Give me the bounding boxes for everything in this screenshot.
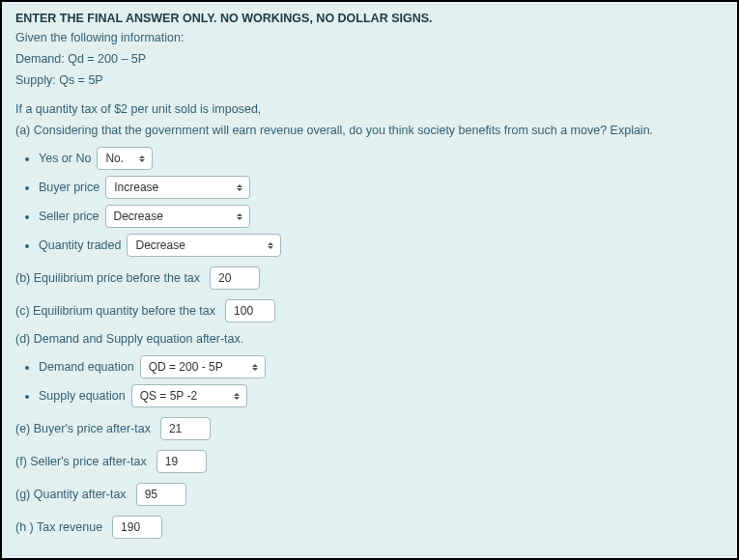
eq-qty-before-input[interactable] <box>225 299 275 322</box>
supply-equation-select[interactable]: QS = 5P -2 <box>131 384 247 407</box>
list-item: Quantity traded Decrease <box>39 234 724 257</box>
part-h-row: (h ) Tax revenue <box>15 516 724 539</box>
demand-equation-select[interactable]: QD = 200 - 5P <box>140 355 266 378</box>
part-g-row: (g) Quantity after-tax <box>15 483 724 506</box>
part-e-label: (e) Buyer's price after-tax <box>15 422 151 435</box>
part-f-row: (f) Seller's price after-tax <box>15 450 724 473</box>
quantity-traded-select[interactable]: Decrease <box>127 234 281 257</box>
tax-revenue-input[interactable] <box>112 516 162 539</box>
part-c-row: (c) Equilibrium quantity before the tax <box>15 299 724 322</box>
quantity-traded-label: Quantity traded <box>39 235 121 256</box>
list-item: Seller price Decrease <box>39 205 724 228</box>
seller-price-label: Seller price <box>39 206 99 227</box>
question-panel: ENTER THE FINAL ANSWER ONLY. NO WORKINGS… <box>0 0 739 560</box>
part-e-row: (e) Buyer's price after-tax <box>15 417 724 440</box>
list-item: Yes or No No. <box>39 147 724 170</box>
demand-equation: Demand: Qd = 200 – 5P <box>15 52 724 66</box>
qty-after-input[interactable] <box>136 483 186 506</box>
buyer-price-label: Buyer price <box>39 177 99 198</box>
part-f-label: (f) Seller's price after-tax <box>15 455 147 468</box>
instructions-heading: ENTER THE FINAL ANSWER ONLY. NO WORKINGS… <box>15 12 724 25</box>
part-d-label: (d) Demand and Supply equation after-tax… <box>15 332 243 346</box>
part-a-bullets: Yes or No No. Buyer price Increase <box>15 147 724 257</box>
part-b-label: (b) Equilibrium price before the tax <box>15 271 200 285</box>
list-item: Buyer price Increase <box>39 176 724 199</box>
list-item: Supply equation QS = 5P -2 <box>39 384 724 407</box>
seller-price-after-input[interactable] <box>156 450 207 473</box>
part-d-row: (d) Demand and Supply equation after-tax… <box>15 332 724 346</box>
supply-equation: Supply: Qs = 5P <box>15 73 724 87</box>
list-item: Demand equation QD = 200 - 5P <box>39 355 724 378</box>
part-c-label: (c) Equilibrium quantity before the tax <box>15 304 215 318</box>
part-a-prompt: (a) Considering that the government will… <box>15 124 724 137</box>
yes-no-label: Yes or No <box>39 148 91 169</box>
eq-price-before-input[interactable] <box>210 266 260 290</box>
supply-eq-label: Supply equation <box>39 385 126 406</box>
demand-eq-label: Demand equation <box>39 356 134 378</box>
part-g-label: (g) Quantity after-tax <box>15 488 127 501</box>
buyer-price-after-input[interactable] <box>160 417 211 440</box>
yes-no-select[interactable]: No. <box>97 147 153 170</box>
part-d-bullets: Demand equation QD = 200 - 5P Supply equ… <box>15 355 724 407</box>
seller-price-select[interactable]: Decrease <box>105 205 250 228</box>
buyer-price-select[interactable]: Increase <box>105 176 250 199</box>
part-b-row: (b) Equilibrium price before the tax <box>15 266 724 290</box>
part-h-label: (h ) Tax revenue <box>15 520 102 534</box>
given-line: Given the following information: <box>15 31 724 44</box>
tax-intro: If a quantity tax of $2 per unit sold is… <box>15 102 724 116</box>
